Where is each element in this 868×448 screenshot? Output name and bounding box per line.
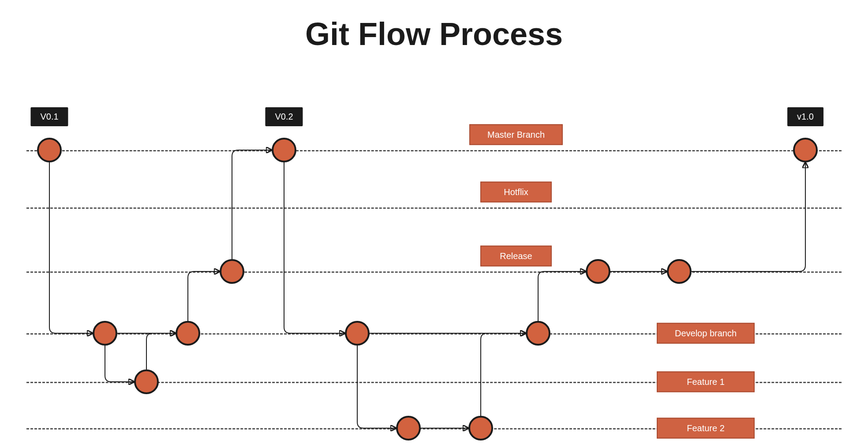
connector-f2b-to-d4 <box>481 333 526 416</box>
commit-node-f2b <box>468 416 493 440</box>
commit-node-m2 <box>272 138 296 162</box>
lane-master <box>26 150 842 151</box>
commit-node-d1 <box>93 321 117 346</box>
commit-node-d4 <box>526 321 550 346</box>
version-tag-v01: V0.1 <box>30 107 68 126</box>
commit-node-r1 <box>220 259 244 284</box>
commit-node-f1a <box>134 369 159 394</box>
diagram-title: Git Flow Process <box>0 16 868 52</box>
branch-label-develop: Develop branch <box>657 323 755 344</box>
commit-node-m3 <box>793 138 818 162</box>
commit-node-r3 <box>667 259 692 284</box>
branch-label-hotfix: Hotflix <box>480 182 552 203</box>
branch-label-release: Release <box>480 246 552 267</box>
commit-node-m1 <box>37 138 62 162</box>
commit-node-f2a <box>396 416 421 440</box>
connector-m2-to-d3 <box>284 162 345 333</box>
commit-node-d2 <box>176 321 200 346</box>
branch-label-feature2: Feature 2 <box>657 418 755 439</box>
branch-label-feature1: Feature 1 <box>657 372 755 392</box>
connector-m1-to-d1 <box>49 162 93 333</box>
commit-node-r2 <box>586 259 610 284</box>
lane-release <box>26 271 842 273</box>
connector-d4-to-r2 <box>538 271 586 321</box>
connector-d2-to-r1 <box>188 271 220 321</box>
connector-f1a-to-d2 <box>146 333 176 369</box>
version-tag-v10: v1.0 <box>787 107 823 126</box>
connector-r1-to-m2 <box>232 150 272 259</box>
diagram-canvas: Git Flow Process V0.1 V0.2 v1.0 Master B… <box>0 0 868 448</box>
commit-node-d3 <box>345 321 370 346</box>
version-tag-v02: V0.2 <box>265 107 303 126</box>
connector-d3-to-f2a <box>357 346 396 428</box>
branch-label-master: Master Branch <box>469 124 563 145</box>
lane-hotfix <box>26 207 842 209</box>
connector-r3-to-m3 <box>692 162 805 271</box>
connector-d1-to-f1a <box>105 346 134 382</box>
